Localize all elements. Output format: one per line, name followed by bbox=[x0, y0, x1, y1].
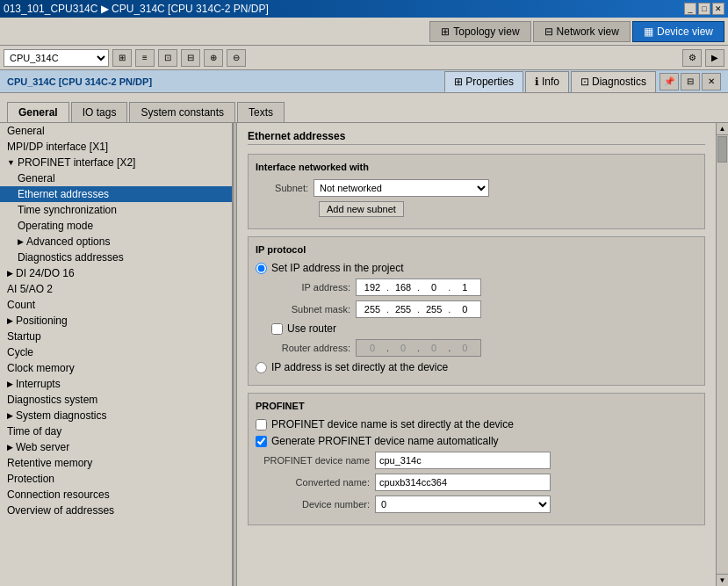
profinet-check2-row: Generate PROFINET device name automatica… bbox=[256, 435, 697, 447]
toolbar-btn-3[interactable]: ⊡ bbox=[158, 49, 177, 67]
profinet-device-number-select[interactable]: 0 bbox=[375, 496, 551, 513]
toolbar-btn-1[interactable]: ⊞ bbox=[112, 49, 132, 67]
profinet-label: PROFINET interface [X2] bbox=[18, 156, 136, 169]
ip-dot-3: . bbox=[448, 282, 450, 293]
general-label: General bbox=[7, 125, 45, 137]
sidebar-item-startup[interactable]: Startup bbox=[0, 329, 232, 344]
sidebar-item-protection[interactable]: Protection bbox=[0, 471, 232, 487]
scroll-up-btn[interactable]: ▲ bbox=[717, 123, 728, 135]
sysdiag-label: System diagnostics bbox=[16, 409, 106, 422]
scroll-thumb[interactable] bbox=[717, 136, 727, 163]
toolbar-btn-5[interactable]: ⊕ bbox=[204, 49, 223, 67]
sidebar-item-advanced[interactable]: ▶ Advanced options bbox=[0, 234, 232, 250]
sidebar-item-general[interactable]: General bbox=[0, 123, 232, 139]
profinet-device-number-label: Device number: bbox=[256, 499, 370, 510]
sidebar-item-count[interactable]: Count bbox=[0, 297, 232, 313]
use-router-checkbox[interactable] bbox=[271, 323, 283, 335]
ip-direct-radio-row: IP address is set directly at the device bbox=[256, 361, 697, 373]
network-label: Network view bbox=[557, 25, 619, 38]
profinet-check1[interactable] bbox=[256, 419, 267, 430]
nav-tab-texts[interactable]: Texts bbox=[237, 102, 285, 122]
set-ip-radio[interactable] bbox=[256, 263, 267, 274]
sidebar-item-diagsys[interactable]: Diagnostics system bbox=[0, 392, 232, 408]
sidebar-item-positioning[interactable]: ▶ Positioning bbox=[0, 313, 232, 329]
profinet-device-name-input[interactable] bbox=[375, 452, 551, 469]
ip-direct-radio[interactable] bbox=[256, 362, 267, 373]
sidebar-item-clockmem[interactable]: Clock memory bbox=[0, 360, 232, 376]
tab-device[interactable]: ▦ Device view bbox=[632, 21, 724, 42]
router-address-label: Router address: bbox=[271, 343, 350, 353]
tab-diagnostics[interactable]: ⊡ Diagnostics bbox=[571, 71, 656, 92]
sidebar-item-opmode[interactable]: Operating mode bbox=[0, 218, 232, 234]
toolbar-btn-6[interactable]: ⊖ bbox=[227, 49, 246, 67]
toolbar-settings-btn[interactable]: ⚙ bbox=[682, 49, 702, 67]
diagnostics-icon: ⊡ bbox=[580, 76, 589, 88]
profinet-check2[interactable] bbox=[256, 436, 267, 447]
scroll-down-btn[interactable]: ▼ bbox=[717, 574, 728, 586]
sidebar-item-ai5ao2[interactable]: AI 5/AO 2 bbox=[0, 281, 232, 297]
mask-o2[interactable] bbox=[391, 304, 415, 315]
count-label: Count bbox=[7, 299, 35, 311]
sidebar-item-overview[interactable]: Overview of addresses bbox=[0, 503, 232, 518]
sidebar-item-mpi[interactable]: MPI/DP interface [X1] bbox=[0, 139, 232, 155]
props-close-btn[interactable]: ✕ bbox=[702, 73, 721, 90]
nav-tab-iotags[interactable]: IO tags bbox=[71, 102, 128, 122]
top-toolbar: ⊞ Topology view ⊟ Network view ▦ Device … bbox=[0, 18, 728, 46]
use-router-row: Use router bbox=[271, 322, 697, 335]
ip-o1[interactable] bbox=[360, 282, 385, 293]
nav-tabs-row: General IO tags System constants Texts bbox=[0, 93, 728, 123]
sysdiag-arrow: ▶ bbox=[7, 411, 13, 420]
ip-address-field[interactable]: . . . bbox=[356, 279, 481, 296]
sidebar-item-interrupts[interactable]: ▶ Interrupts bbox=[0, 376, 232, 392]
sidebar-item-retentive[interactable]: Retentive memory bbox=[0, 455, 232, 471]
sidebar-item-sysdiag[interactable]: ▶ System diagnostics bbox=[0, 408, 232, 423]
nav-tab-sysconstants[interactable]: System constants bbox=[129, 102, 235, 122]
mask-dot-3: . bbox=[448, 304, 450, 315]
toolbar-btn-4[interactable]: ⊟ bbox=[181, 49, 200, 67]
diagaddr-label: Diagnostics addresses bbox=[18, 251, 124, 264]
subnet-mask-field[interactable]: . . . bbox=[356, 300, 481, 318]
mask-o1[interactable] bbox=[360, 304, 385, 315]
device-dropdown[interactable]: CPU_314C bbox=[4, 49, 109, 67]
props-expand-btn[interactable]: ⊟ bbox=[681, 73, 700, 90]
ip-address-label: IP address: bbox=[271, 282, 350, 293]
sidebar-item-ethernet[interactable]: Ethernet addresses bbox=[0, 186, 232, 202]
properties-label: Properties bbox=[465, 76, 514, 88]
second-toolbar: CPU_314C ⊞ ≡ ⊡ ⊟ ⊕ ⊖ ⚙ ▶ bbox=[0, 46, 728, 70]
mask-o4[interactable] bbox=[452, 304, 477, 315]
tab-network[interactable]: ⊟ Network view bbox=[533, 21, 631, 42]
tab-properties[interactable]: ⊞ Properties bbox=[444, 71, 523, 92]
restore-btn[interactable]: □ bbox=[698, 3, 710, 15]
minimize-btn[interactable]: _ bbox=[684, 3, 696, 15]
toolbar-more-btn[interactable]: ▶ bbox=[705, 49, 724, 67]
add-subnet-button[interactable]: Add new subnet bbox=[319, 201, 404, 217]
ip-o4[interactable] bbox=[452, 282, 477, 293]
mask-o3[interactable] bbox=[422, 304, 446, 315]
profinet-converted-name-input[interactable] bbox=[375, 474, 551, 491]
sidebar-item-timeofday[interactable]: Time of day bbox=[0, 423, 232, 439]
sidebar-item-profinet[interactable]: ▼ PROFINET interface [X2] bbox=[0, 155, 232, 170]
set-ip-label: Set IP address in the project bbox=[271, 262, 404, 274]
tab-info[interactable]: ℹ Info bbox=[525, 71, 569, 92]
toolbar-btn-2[interactable]: ≡ bbox=[135, 49, 155, 67]
scroll-track bbox=[717, 135, 728, 574]
ip-o2[interactable] bbox=[391, 282, 415, 293]
info-icon: ℹ bbox=[535, 76, 539, 88]
nav-tab-general[interactable]: General bbox=[7, 102, 69, 122]
right-scrollbar[interactable]: ▲ ▼ bbox=[716, 123, 728, 586]
sidebar-item-pn-general[interactable]: General bbox=[0, 170, 232, 186]
router-o3 bbox=[422, 343, 446, 353]
sidebar-item-diagaddr[interactable]: Diagnostics addresses bbox=[0, 250, 232, 265]
ip-o3[interactable] bbox=[422, 282, 446, 293]
subnet-select[interactable]: Not networked bbox=[314, 179, 489, 197]
sidebar-item-timesync[interactable]: Time synchronization bbox=[0, 202, 232, 218]
sidebar-item-cycle[interactable]: Cycle bbox=[0, 344, 232, 360]
close-btn[interactable]: ✕ bbox=[712, 3, 724, 15]
device-label: Device view bbox=[657, 25, 713, 38]
tab-topology[interactable]: ⊞ Topology view bbox=[429, 21, 530, 42]
sidebar-item-connresources[interactable]: Connection resources bbox=[0, 487, 232, 503]
sidebar-item-di24do16[interactable]: ▶ DI 24/DO 16 bbox=[0, 265, 232, 281]
props-pin-btn[interactable]: 📌 bbox=[660, 73, 679, 90]
profinet-converted-name-row: Converted name: bbox=[256, 474, 697, 491]
sidebar-item-webserver[interactable]: ▶ Web server bbox=[0, 439, 232, 455]
